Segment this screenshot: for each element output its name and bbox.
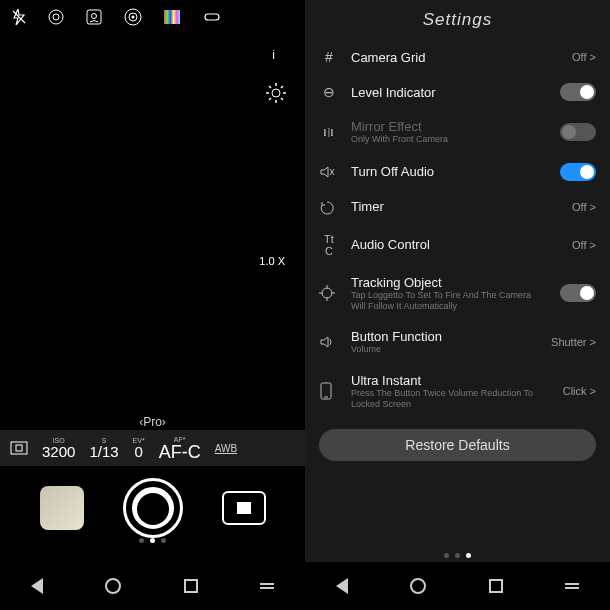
toggle[interactable] <box>560 83 596 101</box>
setting-audio-control[interactable]: Tt C Audio Control Off > <box>319 224 596 266</box>
shutter-speed-control[interactable]: S 1/13 <box>89 437 118 459</box>
svg-line-13 <box>281 98 283 100</box>
ev-control[interactable]: EV* 0 <box>133 437 145 459</box>
setting-label: Turn Off Audio <box>351 164 548 179</box>
shutter-row <box>0 470 305 546</box>
setting-subtitle: Volume <box>351 344 539 355</box>
gallery-thumbnail[interactable] <box>40 486 84 530</box>
metering-icon[interactable] <box>10 441 28 455</box>
page-dots <box>305 553 610 558</box>
setting-label: Camera Grid <box>351 50 560 65</box>
top-toolbar <box>0 0 305 34</box>
zoom-label: 1.0 X <box>259 255 285 267</box>
setting-value: Off > <box>572 51 596 63</box>
pro-controls: ISO 3200 S 1/13 EV* 0 AF* AF-C AWB <box>0 430 305 466</box>
restore-defaults-button[interactable]: Restore Defaults <box>319 429 596 461</box>
svg-point-7 <box>272 89 280 97</box>
svg-line-15 <box>281 86 283 88</box>
info-indicator: i <box>272 48 275 62</box>
home-icon[interactable] <box>410 578 426 594</box>
svg-rect-2 <box>87 10 101 24</box>
setting-label: Level Indicator <box>351 85 548 100</box>
color-icon[interactable] <box>164 10 180 24</box>
setting-label: Mirror Effect <box>351 119 548 134</box>
face-icon[interactable] <box>86 9 102 25</box>
loop-icon[interactable] <box>202 12 222 22</box>
setting-value: Shutter > <box>551 336 596 348</box>
setting-value: Off > <box>572 201 596 213</box>
iso-value: 3200 <box>42 444 75 459</box>
restore-row: Restore Defaults <box>319 429 596 461</box>
setting-label: Audio Control <box>351 237 560 252</box>
dot <box>444 553 449 558</box>
af-control[interactable]: AF* AF-C <box>159 436 201 461</box>
svg-point-18 <box>322 288 332 298</box>
settings-title: Settings <box>305 0 610 40</box>
drawer-icon[interactable] <box>565 583 579 589</box>
recent-icon[interactable] <box>489 579 503 593</box>
dot <box>161 538 166 543</box>
af-value: AF-C <box>159 443 201 461</box>
setting-value: Click > <box>563 385 596 397</box>
grid-icon: # <box>319 49 339 65</box>
setting-subtitle: Only With Front Camera <box>351 134 548 145</box>
setting-value: Off > <box>572 239 596 251</box>
dot-active <box>466 553 471 558</box>
shutter-button[interactable] <box>123 478 183 538</box>
setting-mirror-effect: ⫿|⫿ Mirror Effect Only With Front Camera <box>319 110 596 154</box>
crosshair-icon <box>319 285 339 301</box>
setting-subtitle: Tap Loggetto To Set To Fire And The Came… <box>351 290 548 312</box>
svg-rect-17 <box>16 445 22 451</box>
recent-icon[interactable] <box>184 579 198 593</box>
svg-line-12 <box>269 86 271 88</box>
shutter-value: 1/13 <box>89 444 118 459</box>
drawer-icon[interactable] <box>260 583 274 589</box>
setting-camera-grid[interactable]: # Camera Grid Off > <box>319 40 596 74</box>
filter-icon[interactable] <box>124 8 142 26</box>
ev-value: 0 <box>134 444 142 459</box>
nav-bar <box>0 562 305 610</box>
camera-panel: i 1.0 X ‹Pro› ISO 3200 S 1/13 EV* 0 AF* … <box>0 0 305 610</box>
awb-control[interactable]: AWB <box>215 443 237 454</box>
toggle[interactable] <box>560 284 596 302</box>
home-icon[interactable] <box>105 578 121 594</box>
svg-point-6 <box>132 16 135 19</box>
iso-control[interactable]: ISO 3200 <box>42 437 75 459</box>
dot <box>455 553 460 558</box>
nav-bar <box>305 562 610 610</box>
dot-active <box>150 538 155 543</box>
video-button[interactable] <box>222 491 266 525</box>
flash-icon[interactable] <box>12 9 26 25</box>
setting-ultra-instant[interactable]: Ultra Instant Press The Button Twice Vol… <box>319 364 596 419</box>
mode-label[interactable]: ‹Pro› <box>139 415 166 429</box>
toggle <box>560 123 596 141</box>
page-dots <box>0 538 305 543</box>
settings-panel: Settings # Camera Grid Off > ⊖ Level Ind… <box>305 0 610 610</box>
timer-icon <box>319 199 339 215</box>
back-icon[interactable] <box>336 578 348 594</box>
back-icon[interactable] <box>31 578 43 594</box>
aperture-icon[interactable] <box>48 9 64 25</box>
level-icon: ⊖ <box>319 84 339 100</box>
setting-label: Tracking Object <box>351 275 548 290</box>
setting-timer[interactable]: Timer Off > <box>319 190 596 224</box>
setting-label: Ultra Instant <box>351 373 551 388</box>
setting-turn-off-audio[interactable]: Turn Off Audio <box>319 154 596 190</box>
setting-label: Timer <box>351 199 560 214</box>
setting-level-indicator[interactable]: ⊖ Level Indicator <box>319 74 596 110</box>
phone-icon <box>319 382 339 400</box>
dot <box>139 538 144 543</box>
toggle-on[interactable] <box>560 163 596 181</box>
setting-button-function[interactable]: Button Function Volume Shutter > <box>319 320 596 364</box>
svg-rect-16 <box>11 442 27 454</box>
settings-list: # Camera Grid Off > ⊖ Level Indicator ⫿|… <box>305 40 610 419</box>
speaker-icon <box>319 334 339 350</box>
text-icon: Tt C <box>319 233 339 257</box>
setting-label: Button Function <box>351 329 539 344</box>
mirror-icon: ⫿|⫿ <box>319 127 339 137</box>
setting-tracking-object[interactable]: Tracking Object Tap Loggetto To Set To F… <box>319 266 596 321</box>
setting-subtitle: Press The Button Twice Volume Reduction … <box>351 388 551 410</box>
svg-point-3 <box>92 14 97 19</box>
svg-line-14 <box>269 98 271 100</box>
gear-icon[interactable] <box>265 82 287 104</box>
